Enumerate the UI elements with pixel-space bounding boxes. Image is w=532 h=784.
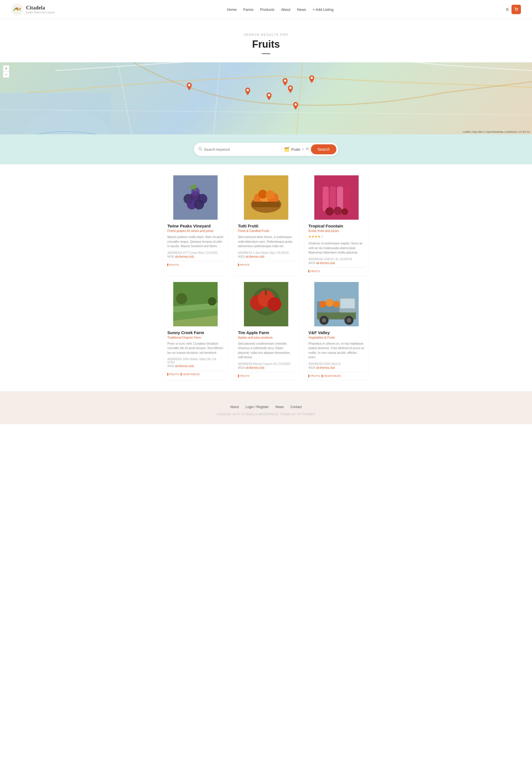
logo-title: Citadela <box>26 5 55 11</box>
nav-icons: ≡ <box>506 5 521 14</box>
listing-address: Address Manuel Canyon Rd, CA 93001 <box>238 362 294 365</box>
page-title: Fruits <box>5 38 527 50</box>
nav-home[interactable]: Home <box>227 7 236 11</box>
hero-section: Search Results For Fruits <box>0 19 532 62</box>
listing-name: Sunny Creek Farm <box>167 330 224 335</box>
nav-about[interactable]: About <box>281 7 290 11</box>
footer: AboutLogin / RegisterNewsContact Created… <box>0 391 532 424</box>
map-pin-5[interactable] <box>266 92 272 100</box>
listing-tag: FRUITS <box>238 374 250 377</box>
logo-icon <box>11 3 23 16</box>
svg-point-53 <box>268 297 281 311</box>
logo: Citadela Farms Directory Layout <box>11 3 55 16</box>
listing-website-link[interactable]: ait-themes.club <box>175 255 194 258</box>
listing-card: Sunny Creek Farm Traditional Organic Far… <box>164 282 227 380</box>
listing-tags: FRUITS VEGETABLES <box>167 370 224 376</box>
listing-website-link[interactable]: ait-themes.club <box>246 366 264 369</box>
category-icon: 🗂️ <box>284 147 289 152</box>
listing-card: Tropical Fountain Exotic fruits and juic… <box>305 175 368 275</box>
listing-website-link[interactable]: ait-themes.club <box>175 365 194 368</box>
search-keyword-input[interactable] <box>204 147 279 151</box>
footer-link[interactable]: Login / Register <box>246 405 269 409</box>
listing-category: Vegetables & Fruits <box>308 336 365 339</box>
map-pin-1[interactable] <box>186 83 192 90</box>
svg-rect-54 <box>265 290 267 295</box>
search-button[interactable]: Search <box>311 144 336 154</box>
map-zoom-in-button[interactable]: + <box>3 65 9 72</box>
nav-products[interactable]: Products <box>260 7 274 11</box>
nav-news[interactable]: News <box>297 7 306 11</box>
footer-link[interactable]: About <box>230 405 239 409</box>
listing-body: Tutti Frutti Fresh & Candied Fruits Sed … <box>234 220 298 269</box>
svg-rect-5 <box>0 93 111 134</box>
listing-category: Apples and juicy products <box>238 336 294 339</box>
listing-website-link[interactable]: ait-themes.club <box>246 255 264 258</box>
svg-point-4 <box>517 10 517 11</box>
svg-point-26 <box>194 199 204 209</box>
listing-address: Address 8305 Utica Dr <box>308 362 365 365</box>
listing-name: Tim Apple Farm <box>238 330 294 335</box>
listing-website[interactable]: Web ait-themes.club <box>238 255 294 258</box>
listing-body: Twine Peaks Vineyard Finest grapes for w… <box>164 220 227 269</box>
listing-category: Finest grapes for wines and juices <box>167 229 224 232</box>
title-divider <box>262 53 270 54</box>
listing-address: Address 1000 W I St, CA 90744 <box>308 258 365 261</box>
map-pin-6[interactable] <box>292 102 299 110</box>
listing-card: Twine Peaks Vineyard Finest grapes for w… <box>164 175 227 275</box>
listing-tag: FRUITS <box>167 373 179 376</box>
listing-body: Sunny Creek Farm Traditional Organic Far… <box>164 326 227 379</box>
listing-image <box>305 175 368 220</box>
cart-button[interactable] <box>511 5 521 14</box>
svg-point-45 <box>342 208 348 215</box>
listing-name: V&F Valley <box>308 330 365 335</box>
listing-tag: VEGETABLES <box>322 374 341 377</box>
svg-point-13 <box>289 87 291 89</box>
svg-point-12 <box>311 77 313 79</box>
map-pin-4[interactable] <box>287 85 293 93</box>
footer-link[interactable]: Contact <box>290 405 302 409</box>
listing-website-link[interactable]: ait-themes.club <box>316 261 335 264</box>
logo-subtitle: Farms Directory Layout <box>26 11 55 14</box>
listing-website[interactable]: Web ait-themes.club <box>167 255 224 258</box>
svg-point-20 <box>307 148 308 149</box>
listing-website[interactable]: Web ait-themes.club <box>308 366 365 369</box>
search-section: 🗂️ Fruits × Search <box>0 134 532 164</box>
footer-credit: Created with Citadela WordPress Theme by… <box>5 413 527 416</box>
category-clear-button[interactable]: × <box>302 147 304 151</box>
listing-website[interactable]: Web ait-themes.club <box>167 365 224 368</box>
listing-image <box>234 175 298 220</box>
listing-website[interactable]: Web ait-themes.club <box>308 261 365 264</box>
listing-stars: ★★★★★ <box>308 235 365 239</box>
footer-link[interactable]: News <box>275 405 284 409</box>
listing-body: V&F Valley Vegetables & Fruits Phasellus… <box>305 326 368 380</box>
svg-point-62 <box>322 318 327 323</box>
listing-image <box>164 282 227 326</box>
svg-point-47 <box>176 293 187 304</box>
main-nav: Home Farms Products About News + Add Lis… <box>227 7 333 11</box>
nav-add-listing[interactable]: + Add Listing <box>313 7 334 11</box>
listing-image <box>305 282 368 326</box>
search-bar: 🗂️ Fruits × Search <box>194 143 338 156</box>
cart-icon <box>514 7 519 11</box>
listing-description: Mauris pretium mollis diam. Nam sit amet… <box>167 235 224 249</box>
map-zoom-out-button[interactable]: − <box>3 72 9 78</box>
listing-tag: FRUITS <box>308 374 320 377</box>
listing-tags: FRUITS VEGETABLES <box>308 372 365 377</box>
listing-description: Phasellus in ultrices ex. In hac habitas… <box>308 341 365 360</box>
svg-point-48 <box>208 297 216 306</box>
nav-farms[interactable]: Farms <box>243 7 254 11</box>
listing-name: Tropical Fountain <box>308 224 365 228</box>
map-background: + − Leaflet | Map data © OpenStreetMap c… <box>0 62 532 134</box>
hamburger-button[interactable]: ≡ <box>506 7 509 12</box>
map-pin-2[interactable] <box>282 78 288 86</box>
svg-point-14 <box>268 94 270 96</box>
svg-point-63 <box>347 318 351 323</box>
map-pin-7[interactable] <box>245 87 251 95</box>
listing-image <box>164 175 227 220</box>
svg-point-65 <box>326 299 334 307</box>
listing-website[interactable]: Web ait-themes.club <box>238 366 294 369</box>
svg-point-9 <box>5 132 128 134</box>
listing-website-link[interactable]: ait-themes.club <box>316 366 335 369</box>
search-divider <box>281 146 282 152</box>
map-pin-3[interactable] <box>309 75 315 83</box>
